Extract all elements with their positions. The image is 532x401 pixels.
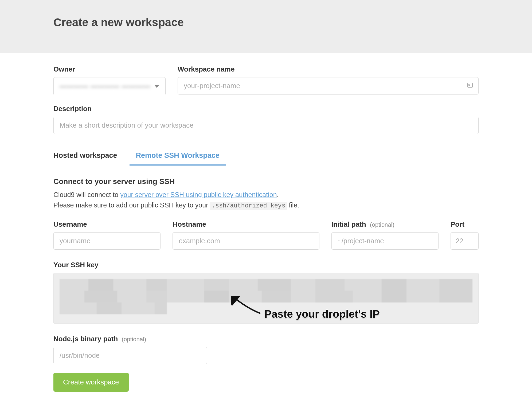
- ssh-section-heading: Connect to your server using SSH: [53, 177, 479, 186]
- ssh-text: Please make sure to add our public SSH k…: [53, 201, 210, 209]
- contact-card-icon: [467, 82, 473, 90]
- create-workspace-button[interactable]: Create workspace: [53, 373, 129, 392]
- chevron-down-icon: [154, 85, 159, 88]
- username-input[interactable]: [53, 232, 161, 250]
- description-input[interactable]: [53, 117, 479, 134]
- ssh-text: .: [277, 191, 279, 198]
- port-input[interactable]: [451, 232, 479, 250]
- username-label: Username: [53, 220, 161, 229]
- owner-value: ———— ———— ————: [60, 82, 150, 91]
- hostname-label: Hostname: [173, 220, 319, 229]
- node-path-label: Node.js binary path (optional): [53, 335, 207, 343]
- your-server-link[interactable]: your server over SSH using public key au…: [120, 191, 277, 198]
- svg-point-1: [469, 84, 470, 85]
- initial-path-label: Initial path (optional): [331, 220, 439, 229]
- owner-label: Owner: [53, 65, 166, 73]
- tab-remote-ssh[interactable]: Remote SSH Workspace: [130, 149, 226, 166]
- annotation-text: Paste your droplet's IP: [264, 308, 380, 320]
- owner-select[interactable]: ———— ———— ————: [53, 77, 166, 95]
- workspace-name-input[interactable]: [178, 77, 479, 95]
- hostname-input[interactable]: [173, 232, 319, 250]
- tab-hosted[interactable]: Hosted workspace: [53, 149, 124, 165]
- workspace-type-tabs: Hosted workspace Remote SSH Workspace: [53, 149, 479, 165]
- port-label: Port: [451, 220, 479, 229]
- authorized-keys-code: .ssh/authorized_keys: [210, 202, 287, 210]
- ssh-text: Cloud9 will connect to: [53, 191, 120, 198]
- node-path-input[interactable]: [53, 347, 207, 364]
- ssh-text: file.: [287, 201, 299, 209]
- ssh-section-body: Cloud9 will connect to your server over …: [53, 190, 479, 211]
- workspace-name-label: Workspace name: [178, 65, 479, 73]
- initial-path-input[interactable]: [331, 232, 439, 250]
- ssh-key-label: Your SSH key: [53, 261, 479, 269]
- svg-rect-0: [468, 83, 472, 87]
- description-label: Description: [53, 105, 479, 113]
- page-title: Create a new workspace: [53, 16, 479, 29]
